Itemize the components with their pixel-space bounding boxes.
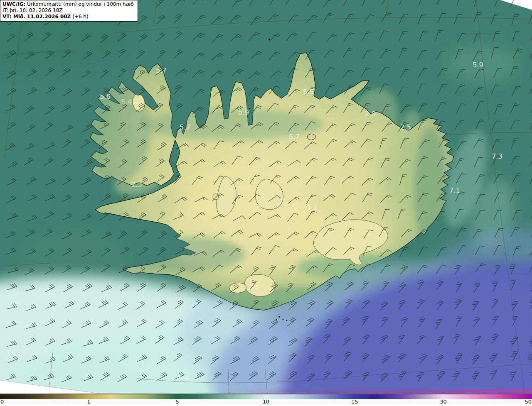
precip-value-label: 7.6 [178,375,189,383]
precip-value-label: 5.4 [121,98,132,106]
valid-time: VT: Mið. 11.02.2026 00Z (+6 h) [2,14,134,20]
precip-value-label: 5.5 [303,88,314,96]
colorbar-tick-label: 30 [440,399,447,405]
precip-value-label: 5.7 [156,66,167,74]
precip-value-label: 5.6 [100,93,111,100]
colorbar-tick-label: 10 [263,399,270,405]
product-title: UWC/IG: Úrkomumætti (mm) og vindur i 100… [2,1,134,7]
colorbar-tick-label: 0 [0,399,4,405]
precip-value-label: 2.3 [131,181,142,188]
colorbar-tick-label: 15 [351,399,358,405]
precip-value-label: 1.1 [307,204,318,212]
colorbar-tick-label: 5 [175,399,179,405]
precip-value-label: 1.1 [255,194,266,202]
precip-value-label: 5.9 [238,108,249,116]
precip-value-label: 2.5 [400,123,411,131]
colorbar: 01510153050 [0,394,532,406]
precip-value-label: 5.9 [473,61,483,69]
precip-value-label: 2.8 [365,110,376,118]
colorbar-tick-label: 1 [87,399,90,405]
precip-value-label: 5.7 [289,133,300,141]
precip-value-label: 7.3 [492,152,502,160]
forecast-map: 5.75.65.45.75.95.55.72.82.55.97.37.12.31… [0,0,532,394]
precip-value-label: 2.4 [248,284,259,291]
precip-value-label: 5.7 [180,123,190,131]
precip-value-label: 7.1 [449,186,460,194]
colorbar-tick-labels: 01510153050 [0,399,532,405]
colorbar-tick-label: 50 [525,399,532,405]
weather-map-app: 5.75.65.45.75.95.55.72.82.55.97.37.12.31… [0,0,532,406]
map-title-box: UWC/IG: Úrkomumætti (mm) og vindur i 100… [0,0,138,22]
init-time: IT: þri. 10. 02. 2026 18Z [2,7,134,14]
product-code: UWC/IG: [2,1,25,7]
